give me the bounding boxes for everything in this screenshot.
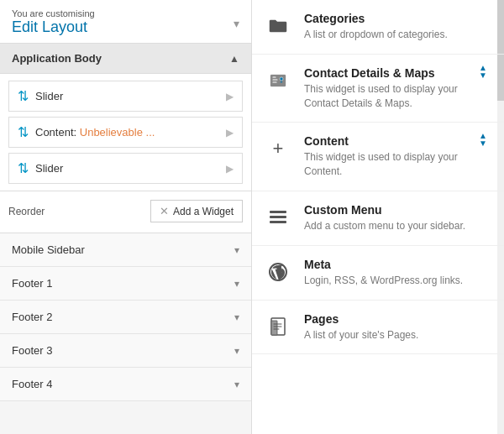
widget-name-3: Slider [35, 162, 63, 175]
widget-option-desc-4: Login, RSS, & WordPress.org links. [304, 274, 487, 288]
widget-option-desc-1: This widget is used to display your Cont… [304, 82, 487, 111]
expand-down-icon: ▼ [479, 72, 487, 79]
widget-option-title-1: Contact Details & Maps [304, 66, 487, 80]
collapsed-arrow-icon-1: ▾ [234, 278, 239, 290]
collapsed-section-3[interactable]: Footer 3 ▾ [0, 334, 251, 368]
widget-option-0[interactable]: Categories A list or dropdown of categor… [252, 0, 504, 55]
svg-rect-2 [270, 211, 286, 213]
widget-option-desc-0: A list or dropdown of categories. [304, 28, 487, 42]
widget-option-1[interactable]: Contact Details & Maps This widget is us… [252, 55, 504, 123]
collapsed-section-2[interactable]: Footer 2 ▾ [0, 301, 251, 334]
app-body-label: Application Body [12, 52, 102, 65]
collapsed-arrow-icon-2: ▾ [234, 311, 239, 323]
widget-option-info-2: Content This widget is used to display y… [304, 134, 487, 179]
collapsed-section-4[interactable]: Footer 4 ▾ [0, 368, 251, 401]
collapsed-arrow-icon-4: ▾ [234, 379, 239, 390]
add-widget-label: Add a Widget [173, 206, 234, 217]
widget-option-desc-3: Add a custom menu to your sidebar. [304, 219, 487, 233]
widget-options-list: Categories A list or dropdown of categor… [252, 0, 504, 354]
widget-option-info-5: Pages A list of your site's Pages. [304, 312, 487, 342]
app-body-arrow-icon: ▲ [229, 53, 239, 65]
collapsed-arrow-icon-3: ▾ [234, 345, 239, 357]
widget-item-slider-1[interactable]: ⇅ Slider ▶ [8, 81, 243, 112]
left-panel: You are customising Edit Layout ▾ Applic… [0, 0, 252, 434]
widget-option-icon-0 [264, 12, 292, 40]
widget-option-title-3: Custom Menu [304, 203, 487, 217]
collapsed-section-label-4: Footer 4 [12, 378, 52, 390]
collapsed-section-label-0: Mobile Sidebar [12, 243, 85, 256]
collapsed-section-label-1: Footer 1 [12, 277, 52, 290]
drag-icon-2: ⇅ [18, 124, 29, 140]
widget-option-title-0: Categories [304, 12, 487, 25]
widget-option-desc-5: A list of your site's Pages. [304, 328, 487, 342]
svg-rect-0 [270, 75, 286, 86]
widget-option-title-2: Content [304, 134, 487, 148]
collapsed-section-0[interactable]: Mobile Sidebar ▾ [0, 233, 251, 267]
widget-chevron-3: ▶ [226, 163, 234, 175]
widget-chevron-2: ▶ [226, 127, 234, 139]
drag-icon-3: ⇅ [18, 160, 29, 176]
svg-point-1 [280, 77, 283, 81]
widget-option-info-0: Categories A list or dropdown of categor… [304, 12, 487, 42]
widget-option-4[interactable]: Meta Login, RSS, & WordPress.org links. [252, 246, 504, 301]
add-widget-icon: ✕ [160, 205, 169, 217]
widget-item-content[interactable]: ⇅ Content: Unbelievable ... ▶ [8, 117, 243, 148]
widget-option-3[interactable]: Custom Menu Add a custom menu to your si… [252, 191, 504, 246]
edit-layout-title: Edit Layout [12, 18, 95, 36]
widget-option-icon-4 [264, 258, 292, 286]
widget-option-icon-3 [264, 203, 292, 232]
widget-option-title-5: Pages [304, 312, 487, 326]
collapsed-section-1[interactable]: Footer 1 ▾ [0, 267, 251, 301]
collapsed-section-label-3: Footer 3 [12, 344, 52, 357]
add-widget-button[interactable]: ✕ Add a Widget [150, 200, 243, 222]
customising-label: You are customising [12, 8, 95, 18]
widget-chevron-1: ▶ [226, 91, 234, 102]
expand-down-icon: ▼ [479, 140, 487, 147]
widget-option-info-4: Meta Login, RSS, & WordPress.org links. [304, 258, 487, 288]
widget-option-expand-2[interactable]: ▲ ▼ [479, 133, 487, 147]
collapsed-arrow-icon-0: ▾ [234, 244, 239, 256]
customising-bar: You are customising Edit Layout ▾ [0, 0, 251, 44]
widget-option-icon-5 [264, 312, 292, 341]
widget-option-expand-1[interactable]: ▲ ▼ [479, 65, 487, 79]
widget-option-icon-1 [264, 66, 292, 95]
right-panel: Categories A list or dropdown of categor… [252, 0, 504, 434]
widget-list: ⇅ Slider ▶ ⇅ Content: Unbelievable ... ▶… [0, 74, 251, 191]
widget-actions: Reorder ✕ Add a Widget [0, 191, 251, 233]
widget-option-info-1: Contact Details & Maps This widget is us… [304, 66, 487, 111]
widget-name-2: Content: Unbelievable ... [35, 126, 155, 139]
svg-rect-4 [270, 221, 286, 223]
drag-icon-1: ⇅ [18, 88, 29, 104]
widget-option-info-3: Custom Menu Add a custom menu to your si… [304, 203, 487, 233]
collapsed-section-label-2: Footer 2 [12, 311, 52, 323]
collapsed-sections: Mobile Sidebar ▾ Footer 1 ▾ Footer 2 ▾ F… [0, 233, 251, 401]
widget-option-5[interactable]: Pages A list of your site's Pages. [252, 301, 504, 355]
widget-name-1: Slider [35, 90, 63, 102]
widget-option-title-4: Meta [304, 258, 487, 271]
app-body-section-header[interactable]: Application Body ▲ [0, 44, 251, 74]
reorder-button[interactable]: Reorder [8, 206, 45, 217]
svg-rect-3 [270, 216, 286, 218]
widget-option-icon-2: + [264, 134, 292, 163]
widget-option-desc-2: This widget is used to display your Cont… [304, 150, 487, 179]
customising-arrow-icon[interactable]: ▾ [234, 17, 239, 30]
widget-option-2[interactable]: + Content This widget is used to display… [252, 123, 504, 191]
svg-rect-7 [271, 321, 277, 335]
widget-item-slider-2[interactable]: ⇅ Slider ▶ [8, 153, 243, 184]
